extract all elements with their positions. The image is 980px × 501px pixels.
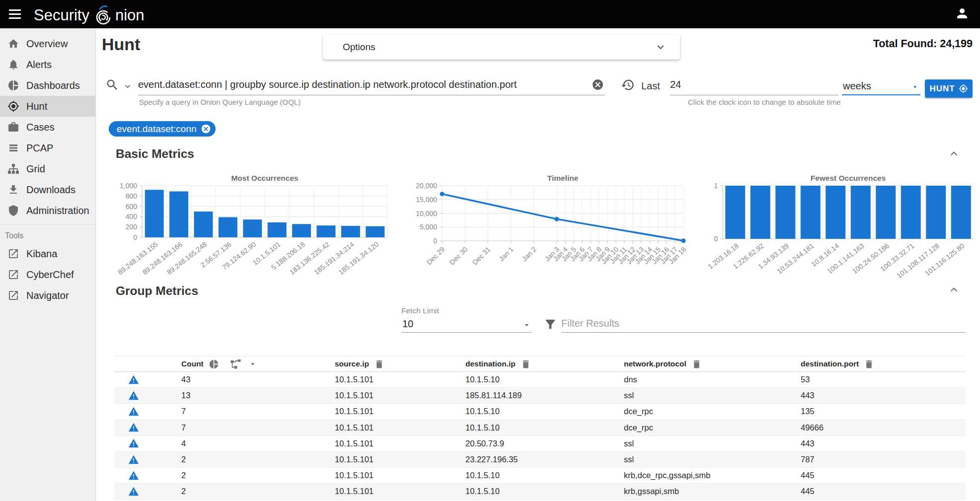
chart-options-caret-icon[interactable]: [248, 359, 257, 368]
duration-field: [670, 75, 838, 95]
sidebar-item-overview[interactable]: Overview: [0, 33, 95, 54]
total-found-label: Total Found:: [873, 38, 937, 50]
table-row[interactable]: 210.1.5.10123.227.196.35ssl787: [114, 452, 966, 468]
fewest-occurrences-chart[interactable]: Fewest Occurrences011.203.16.181.226.62.…: [705, 173, 979, 282]
cell-count: 7: [181, 423, 335, 432]
alert-triangle-icon[interactable]: [128, 374, 139, 385]
chevron-down-icon: [654, 41, 667, 54]
svg-text:20,000: 20,000: [416, 182, 437, 190]
cell-destination-port: 445: [801, 487, 966, 496]
column-header-destination-port: destination.port: [801, 359, 966, 369]
top-app-bar: Security nion: [0, 0, 980, 28]
alert-triangle-icon[interactable]: [128, 470, 139, 481]
sidebar-item-pcap[interactable]: PCAP: [0, 138, 95, 158]
table-row[interactable]: 410.1.5.10120.50.73.9ssl443: [114, 436, 966, 452]
query-hint: Specify a query in Onion Query Language …: [139, 98, 301, 106]
table-row[interactable]: 4310.1.5.10110.1.5.10dns53: [114, 372, 966, 388]
fetch-limit-label: Fetch Limit: [401, 306, 439, 315]
clear-query-icon[interactable]: [592, 78, 604, 91]
filter-results-field: [561, 316, 966, 333]
cell-destination-ip: 10.1.5.10: [465, 487, 624, 496]
sidebar-item-label: Administration: [26, 205, 89, 216]
sidebar-item-alerts[interactable]: Alerts: [0, 54, 95, 75]
alert-triangle-icon[interactable]: [128, 422, 139, 433]
crosshairs-icon: [7, 100, 19, 112]
user-menu-button[interactable]: [951, 3, 973, 25]
history-clock-icon[interactable]: [621, 78, 635, 92]
alert-triangle-icon[interactable]: [128, 390, 139, 401]
sidebar-item-cyberchef[interactable]: CyberChef: [0, 264, 95, 285]
app-root: Security nion Overview Alerts Dashboar: [0, 0, 980, 501]
query-history-chevron-icon[interactable]: [123, 81, 133, 91]
basic-metrics-title: Basic Metrics: [116, 147, 194, 161]
remove-column-trash-icon[interactable]: [374, 359, 384, 369]
table-row[interactable]: 210.1.5.10110.1.5.10krb,gssapi,smb445: [114, 484, 966, 500]
table-row[interactable]: 210.1.5.10110.1.5.10krb,dce_rpc,gssapi,s…: [114, 468, 966, 484]
fetch-limit-select[interactable]: 10: [401, 317, 531, 333]
group-metrics-collapse-button[interactable]: [946, 283, 961, 298]
sankey-chart-toggle-icon[interactable]: [230, 358, 241, 370]
sidebar-item-dashboards[interactable]: Dashboards: [0, 75, 95, 96]
table-row[interactable]: 1310.1.5.101185.81.114.189ssl443: [114, 388, 966, 404]
alert-triangle-icon[interactable]: [128, 438, 139, 449]
svg-text:Jan 2: Jan 2: [520, 245, 538, 263]
svg-text:Most Occurrences: Most Occurrences: [231, 174, 298, 182]
group-metrics-title: Group Metrics: [116, 284, 198, 298]
alert-triangle-icon[interactable]: [128, 486, 139, 497]
cell-source-ip: 10.1.5.101: [335, 487, 465, 496]
sidebar-item-label: Navigator: [26, 290, 69, 301]
alert-triangle-icon[interactable]: [128, 406, 139, 417]
sidebar-item-label: Overview: [26, 38, 68, 50]
filter-chip[interactable]: event.dataset:conn: [109, 121, 216, 137]
sidebar-item-kibana[interactable]: Kibana: [0, 243, 95, 264]
options-panel[interactable]: Options: [323, 35, 680, 60]
time-unit-select[interactable]: weeks: [842, 75, 920, 95]
pie-chart-toggle-icon[interactable]: [209, 359, 219, 369]
search-icon: [105, 78, 119, 92]
most-occurrences-chart[interactable]: Most Occurrences02004006008001,00089.248…: [113, 173, 394, 282]
caret-down-icon: [910, 82, 919, 91]
svg-text:Jan 1: Jan 1: [497, 245, 515, 263]
basic-metrics-collapse-button[interactable]: [946, 147, 961, 162]
cell-source-ip: 10.1.5.101: [335, 455, 465, 464]
sidebar-item-label: Cases: [26, 122, 55, 133]
svg-text:Dec 30: Dec 30: [448, 245, 469, 267]
brand-text-prefix: Security: [34, 6, 89, 24]
sidebar-item-hunt[interactable]: Hunt: [0, 96, 95, 117]
sidebar-item-administration[interactable]: Administration: [0, 200, 95, 221]
stream-lines-icon: [7, 142, 19, 154]
filter-results-input[interactable]: [561, 316, 966, 331]
menu-toggle-icon[interactable]: [4, 3, 26, 25]
open-in-new-icon: [7, 248, 19, 260]
cell-source-ip: 10.1.5.101: [335, 423, 465, 432]
sidebar-item-grid[interactable]: Grid: [0, 158, 95, 179]
svg-text:Dec 31: Dec 31: [471, 245, 492, 267]
remove-column-trash-icon[interactable]: [691, 359, 702, 369]
cell-destination-port: 53: [801, 375, 966, 384]
open-in-new-icon: [7, 289, 19, 301]
chip-close-icon[interactable]: [201, 124, 211, 134]
cell-network-protocol: krb,gssapi,smb: [624, 487, 801, 496]
filter-funnel-icon: [543, 317, 557, 331]
duration-input[interactable]: [670, 75, 819, 93]
column-header-count: Count: [181, 358, 335, 370]
sidebar-item-cases[interactable]: Cases: [0, 117, 95, 138]
query-input[interactable]: [138, 75, 583, 93]
remove-column-trash-icon[interactable]: [864, 359, 874, 369]
table-row[interactable]: 710.1.5.10110.1.5.10dce_rpc135: [114, 404, 966, 420]
table-row[interactable]: 710.1.5.10110.1.5.10dce_rpc49666: [114, 420, 966, 436]
cell-destination-ip: 20.50.73.9: [465, 439, 624, 448]
sidebar-item-downloads[interactable]: Downloads: [0, 179, 95, 200]
cell-count: 13: [181, 391, 335, 400]
sidebar-item-navigator[interactable]: Navigator: [0, 285, 95, 306]
svg-text:Fewest Occurrences: Fewest Occurrences: [811, 174, 886, 182]
timeline-chart[interactable]: Timeline05,00010,00015,00020,000Dec 29De…: [411, 173, 692, 282]
alert-triangle-icon[interactable]: [128, 454, 139, 465]
sidebar-item-label: Downloads: [26, 184, 75, 196]
sidebar-item-label: Grid: [26, 163, 45, 175]
remove-column-trash-icon[interactable]: [521, 359, 531, 369]
cell-destination-ip: 10.1.5.10: [465, 407, 624, 416]
total-found: Total Found: 24,199: [873, 38, 973, 50]
hunt-button[interactable]: HUNT: [925, 79, 973, 98]
briefcase-icon: [7, 121, 19, 133]
